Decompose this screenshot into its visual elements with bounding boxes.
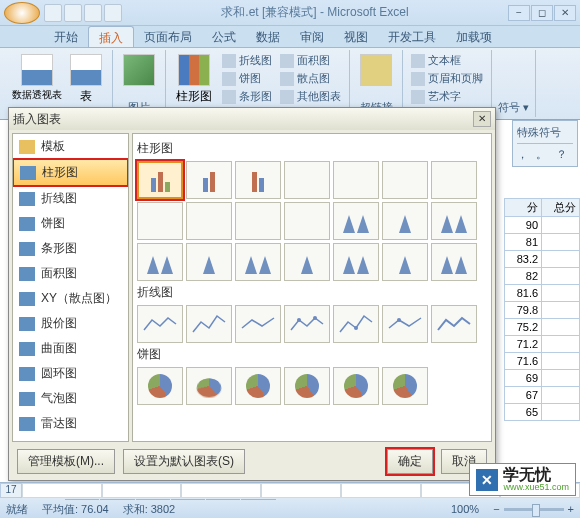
- cat-area[interactable]: 面积图: [13, 261, 128, 286]
- chart-thumb-pie[interactable]: [186, 367, 232, 405]
- chart-thumb[interactable]: [431, 243, 477, 281]
- tab-view[interactable]: 视图: [334, 26, 378, 47]
- cell[interactable]: 79.8: [505, 302, 542, 319]
- chart-thumb[interactable]: [382, 161, 428, 199]
- chart-thumb-line[interactable]: [382, 305, 428, 343]
- chart-thumb[interactable]: [186, 243, 232, 281]
- chart-thumb-line[interactable]: [431, 305, 477, 343]
- chart-thumb-pie[interactable]: [235, 367, 281, 405]
- hyperlink-button[interactable]: [356, 52, 396, 88]
- cat-stock[interactable]: 股价图: [13, 311, 128, 336]
- row-header[interactable]: 17: [0, 483, 22, 498]
- chart-thumb[interactable]: [333, 243, 379, 281]
- tab-layout[interactable]: 页面布局: [134, 26, 202, 47]
- chart-thumb[interactable]: [284, 243, 330, 281]
- cell[interactable]: 71.2: [505, 336, 542, 353]
- bar-chart-button[interactable]: 条形图: [220, 88, 274, 105]
- cat-xy[interactable]: XY（散点图）: [13, 286, 128, 311]
- chart-thumb[interactable]: [333, 202, 379, 240]
- chart-thumb[interactable]: [186, 161, 232, 199]
- tab-insert[interactable]: 插入: [88, 26, 134, 47]
- office-button[interactable]: [4, 2, 40, 24]
- cell[interactable]: 75.2: [505, 319, 542, 336]
- column-chart-button[interactable]: 柱形图: [172, 52, 216, 107]
- pivot-table-button[interactable]: 数据透视表: [8, 52, 66, 107]
- qat-save-icon[interactable]: [44, 4, 62, 22]
- qat-undo-icon[interactable]: [64, 4, 82, 22]
- chart-thumb[interactable]: [382, 202, 428, 240]
- chart-thumb[interactable]: [235, 243, 281, 281]
- set-default-button[interactable]: 设置为默认图表(S): [123, 449, 245, 474]
- chart-thumb-line[interactable]: [137, 305, 183, 343]
- chart-thumb[interactable]: [382, 243, 428, 281]
- zoom-slider[interactable]: [504, 508, 564, 511]
- table-button[interactable]: 表: [66, 52, 106, 107]
- cell[interactable]: 81.6: [505, 285, 542, 302]
- dialog-titlebar[interactable]: 插入图表 ✕: [9, 108, 495, 130]
- cat-pie[interactable]: 饼图: [13, 211, 128, 236]
- chart-thumb-line[interactable]: [186, 305, 232, 343]
- cell[interactable]: 67: [505, 387, 542, 404]
- chart-thumb[interactable]: [186, 202, 232, 240]
- qat-redo-icon[interactable]: [84, 4, 102, 22]
- close-button[interactable]: ✕: [554, 5, 576, 21]
- chart-thumb-pie[interactable]: [382, 367, 428, 405]
- ok-button[interactable]: 确定: [387, 449, 433, 474]
- header-footer-button[interactable]: 页眉和页脚: [409, 70, 485, 87]
- textbox-button[interactable]: 文本框: [409, 52, 485, 69]
- cat-templates[interactable]: 模板: [13, 134, 128, 159]
- other-chart-button[interactable]: 其他图表: [278, 88, 343, 105]
- cat-column[interactable]: 柱形图: [13, 159, 128, 186]
- chart-thumb[interactable]: [235, 202, 281, 240]
- cell[interactable]: 81: [505, 234, 542, 251]
- area-chart-button[interactable]: 面积图: [278, 52, 343, 69]
- chart-thumb[interactable]: [431, 161, 477, 199]
- chart-thumb[interactable]: [431, 202, 477, 240]
- tab-formula[interactable]: 公式: [202, 26, 246, 47]
- cell[interactable]: 82: [505, 268, 542, 285]
- tab-home[interactable]: 开始: [44, 26, 88, 47]
- cell[interactable]: 69: [505, 370, 542, 387]
- cell[interactable]: 90: [505, 217, 542, 234]
- cat-surface[interactable]: 曲面图: [13, 336, 128, 361]
- cat-bubble[interactable]: 气泡图: [13, 386, 128, 411]
- zoom-level[interactable]: 100%: [451, 503, 479, 515]
- chart-thumb[interactable]: [284, 161, 330, 199]
- cell[interactable]: 83.2: [505, 251, 542, 268]
- line-chart-button[interactable]: 折线图: [220, 52, 274, 69]
- pie-chart-button[interactable]: 饼图: [220, 70, 274, 87]
- chart-thumb-line[interactable]: [284, 305, 330, 343]
- cat-line[interactable]: 折线图: [13, 186, 128, 211]
- chart-thumb-pie[interactable]: [137, 367, 183, 405]
- tab-data[interactable]: 数据: [246, 26, 290, 47]
- cat-doughnut[interactable]: 圆环图: [13, 361, 128, 386]
- qat-print-icon[interactable]: [104, 4, 122, 22]
- dialog-close-button[interactable]: ✕: [473, 111, 491, 127]
- chart-thumb-line[interactable]: [235, 305, 281, 343]
- chart-thumb[interactable]: [137, 243, 183, 281]
- col-header[interactable]: 分: [505, 199, 542, 217]
- chart-thumb-pie[interactable]: [333, 367, 379, 405]
- chart-thumb-pie[interactable]: [284, 367, 330, 405]
- wordart-button[interactable]: 艺术字: [409, 88, 485, 105]
- picture-button[interactable]: [119, 52, 159, 88]
- minimize-button[interactable]: −: [508, 5, 530, 21]
- chart-thumb-clustered-column[interactable]: [137, 161, 183, 199]
- zoom-out-button[interactable]: −: [493, 503, 499, 515]
- zoom-in-button[interactable]: +: [568, 503, 574, 515]
- chart-thumb[interactable]: [284, 202, 330, 240]
- scatter-chart-button[interactable]: 散点图: [278, 70, 343, 87]
- chart-thumb[interactable]: [235, 161, 281, 199]
- cell[interactable]: [22, 483, 102, 498]
- chart-thumb-line[interactable]: [333, 305, 379, 343]
- cell[interactable]: 71.6: [505, 353, 542, 370]
- restore-button[interactable]: ◻: [531, 5, 553, 21]
- cell[interactable]: 65: [505, 404, 542, 421]
- chart-thumb[interactable]: [137, 202, 183, 240]
- tab-review[interactable]: 审阅: [290, 26, 334, 47]
- tab-dev[interactable]: 开发工具: [378, 26, 446, 47]
- chart-thumb[interactable]: [333, 161, 379, 199]
- col-header[interactable]: 总分: [542, 199, 580, 217]
- cat-radar[interactable]: 雷达图: [13, 411, 128, 436]
- cat-bar[interactable]: 条形图: [13, 236, 128, 261]
